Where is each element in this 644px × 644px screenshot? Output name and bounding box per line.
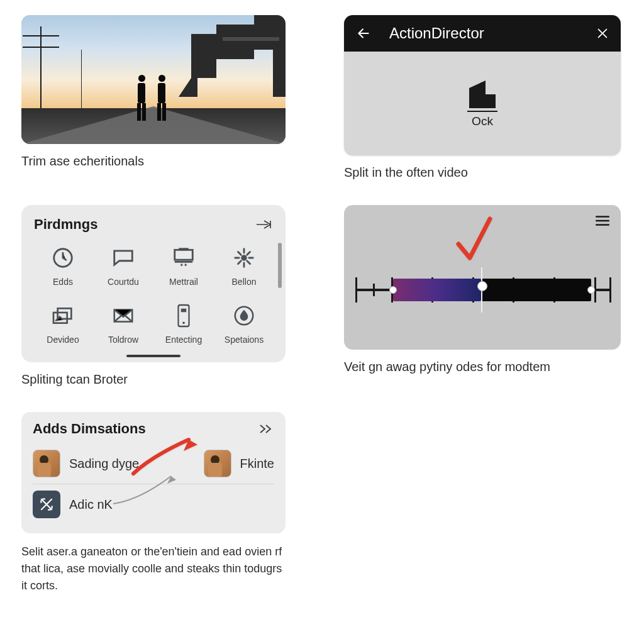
close-icon [596,26,609,40]
adds-row-2[interactable]: Adic nK [33,484,274,525]
clock-icon [51,246,75,270]
tool-label: Spetaions [225,335,264,345]
arrow-right-open-icon [255,219,273,230]
svg-rect-2 [175,250,193,260]
tool-entecting[interactable]: Entecting [155,299,213,351]
split-caption: Split in the often video [344,165,623,180]
tools-cross-icon [38,496,55,513]
timeline-node-start[interactable] [389,286,397,294]
tool-label: Bellon [232,277,257,287]
palette-indicator [126,355,180,357]
tool-spetaions[interactable]: Spetaions [215,299,273,351]
body-paragraph: Selit aser.a ganeaton or the'en'tiein an… [21,543,286,594]
droplet-icon [232,304,256,328]
hamburger-icon [594,214,611,228]
tool-label: Edds [53,277,73,287]
palette-expand-button[interactable] [255,219,273,230]
tool-bellon[interactable]: Bellon [215,242,273,293]
back-button[interactable] [355,25,372,42]
timeline-panel [344,205,621,350]
palette-title: Pirdmngs [34,216,97,233]
envelope-cross-icon [111,304,135,328]
phone-icon [173,303,194,328]
video-timeline[interactable] [355,271,609,309]
spliting-caption: Spliting tcan Broter [21,372,300,387]
building-silhouette [179,15,286,97]
building-icon [467,79,498,108]
close-button[interactable] [596,26,609,40]
timeline-clip-2[interactable] [481,279,591,301]
tool-label: Courtdu [108,277,139,287]
arrow-left-icon [355,25,372,42]
stack-images-icon [50,303,75,328]
sparkle-icon [232,246,256,270]
adds-label: Fkinte [240,457,274,471]
palette-scrollbar[interactable] [278,243,282,288]
tool-label: Mettrail [169,277,198,287]
actiondirector-panel: ActionDirector Ock [344,15,621,155]
trim-caption: Trim ase echeritionals [21,154,300,169]
timeline-playhead[interactable] [481,267,482,313]
tool-edds[interactable]: Edds [34,242,92,293]
svg-point-8 [182,321,185,324]
double-chevron-right-icon [258,423,274,435]
tool-label: Entecting [165,335,202,345]
svg-rect-0 [223,37,279,41]
adds-expand-button[interactable] [258,423,274,435]
timeline-menu-button[interactable] [594,214,611,228]
adic-icon [33,491,60,518]
adds-row-1[interactable]: Sading dyge Fkinte [33,443,274,484]
tool-palette: Pirdmngs Edds Courtdu Mettrail [21,205,286,362]
tool-devideo[interactable]: Devideo [34,299,92,351]
comment-icon [111,246,135,270]
trim-thumbnail[interactable] [21,15,286,144]
tool-label: Devideo [47,335,79,345]
svg-point-3 [241,255,247,261]
timeline-clip-1[interactable] [393,279,481,301]
timeline-node-end[interactable] [587,286,595,294]
app-title: ActionDirector [389,25,578,42]
tool-label: Toldrow [108,335,138,345]
screen-icon [172,246,196,270]
svg-rect-9 [181,309,187,313]
veit-caption: Veit gn awag pytiny odes for modtem [344,360,623,374]
tool-mettrail[interactable]: Mettrail [155,242,213,293]
adds-panel: Adds Dimsations Sading dyge Fkinte [21,412,286,533]
thumb-sading [33,450,60,477]
red-check-arrow-icon [451,213,495,269]
ock-label: Ock [467,111,497,128]
tool-toldrow[interactable]: Toldrow [94,299,152,351]
tool-courtdu[interactable]: Courtdu [94,242,152,293]
adds-label: Adic nK [69,497,113,512]
